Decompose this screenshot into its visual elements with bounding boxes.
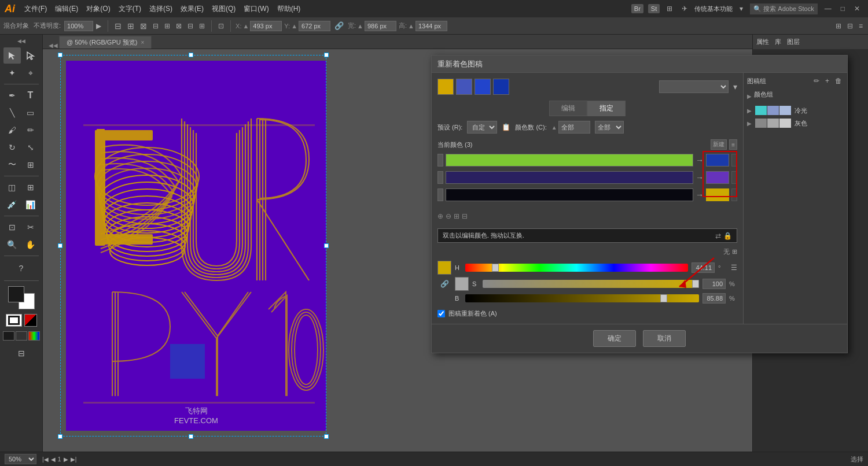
artboard-tool[interactable]: ⊡ xyxy=(3,219,21,235)
close-btn[interactable]: ✕ xyxy=(852,3,862,14)
link-wh-btn[interactable]: 🔗 xyxy=(333,20,345,31)
bridge-icon[interactable]: Br xyxy=(631,4,643,13)
favorites-icon[interactable]: ✈ xyxy=(679,3,690,14)
handle-tr[interactable] xyxy=(324,53,329,57)
new-action-btn[interactable]: 新建 xyxy=(711,139,727,150)
screen-mode-btn[interactable]: ⊟ xyxy=(13,345,30,361)
swatch-3[interactable] xyxy=(475,79,491,95)
swatch-menu-icon[interactable]: ▾ xyxy=(733,82,737,91)
prev-page-btn[interactable]: |◀ xyxy=(42,456,49,463)
distribute-v-btn[interactable]: ⊞ xyxy=(197,21,207,31)
target-options-1[interactable] xyxy=(731,154,737,167)
menu-effect[interactable]: 效果(E) xyxy=(177,3,207,15)
swatch-1[interactable] xyxy=(437,79,454,95)
line-tool[interactable]: ╲ xyxy=(3,105,21,121)
minimize-btn[interactable]: — xyxy=(822,3,834,14)
none-indicator[interactable] xyxy=(16,331,27,341)
transform-icon[interactable]: ⊡ xyxy=(216,21,226,31)
next-page-btn[interactable]: ▶| xyxy=(71,456,77,463)
expand-icon[interactable]: ▶ xyxy=(747,93,752,99)
add-icon-btn[interactable]: + xyxy=(823,76,831,86)
right-tab-properties[interactable]: 属性 xyxy=(756,38,769,46)
fill-indicator[interactable] xyxy=(3,331,14,341)
h-input[interactable] xyxy=(415,21,447,31)
menu-view[interactable]: 视图(Q) xyxy=(208,3,239,15)
target-options-3[interactable] xyxy=(731,188,737,201)
workspace-switcher[interactable]: ⊞ xyxy=(664,3,675,14)
target-3[interactable] xyxy=(706,188,729,201)
btn-action-4[interactable]: ⊟ xyxy=(462,212,468,220)
hsb-link-icon[interactable]: 🔗 xyxy=(437,277,451,291)
row-handle-1[interactable] xyxy=(437,154,443,167)
h-value[interactable] xyxy=(692,262,715,273)
slice-tool[interactable]: ✂ xyxy=(22,219,39,235)
canvas-tab-main[interactable]: @ 50% (RGB/GPU 预览) × xyxy=(59,36,152,49)
rect-tool[interactable]: ▭ xyxy=(22,105,39,121)
color-bar-1[interactable] xyxy=(446,154,693,167)
panel-collapse-up[interactable]: ◀◀ xyxy=(49,42,58,49)
menu-select[interactable]: 选择(S) xyxy=(146,3,176,15)
tab-edit[interactable]: 编辑 xyxy=(549,101,587,116)
color-count-up[interactable]: ▲ xyxy=(551,124,557,131)
tab-assign[interactable]: 指定 xyxy=(587,101,626,116)
rotate-tool[interactable]: ↻ xyxy=(3,139,21,156)
align-middle-btn[interactable]: ⊞ xyxy=(163,21,172,31)
row-handle-2[interactable] xyxy=(437,171,443,184)
target-2[interactable] xyxy=(706,171,729,184)
row-handle-3[interactable] xyxy=(437,188,443,201)
next-btn[interactable]: ▶ xyxy=(64,456,68,463)
w-input[interactable] xyxy=(365,21,396,31)
canvas-tab-close[interactable]: × xyxy=(141,39,144,46)
magic-wand-tool[interactable]: ✦ xyxy=(3,65,21,81)
menu-object[interactable]: 对象(O) xyxy=(83,3,113,15)
color-options-box[interactable] xyxy=(24,314,37,327)
cancel-button[interactable]: 取消 xyxy=(643,330,686,347)
align-top-btn[interactable]: ⊟ xyxy=(151,21,160,31)
btn-action-1[interactable]: ⊕ xyxy=(437,212,443,220)
prev-btn[interactable]: ◀ xyxy=(51,456,56,463)
zoom-select[interactable]: 50% 100% 200% xyxy=(5,454,36,464)
handle-br[interactable] xyxy=(324,434,329,439)
handle-tl[interactable] xyxy=(58,53,62,57)
select-tool[interactable] xyxy=(3,47,21,64)
menu-file[interactable]: 文件(F) xyxy=(21,3,50,15)
menu-text[interactable]: 文字(T) xyxy=(115,3,145,15)
color-count-input[interactable] xyxy=(558,121,590,134)
search-stock-btn[interactable]: 🔍 搜索 Adobe Stock xyxy=(750,3,818,14)
maximize-btn[interactable]: □ xyxy=(838,3,847,14)
b-value[interactable] xyxy=(703,293,726,304)
align-bottom-btn[interactable]: ⊠ xyxy=(174,21,183,31)
color-bar-3[interactable] xyxy=(446,188,693,201)
right-tab-layers[interactable]: 图层 xyxy=(787,38,800,46)
swatch-2[interactable] xyxy=(456,79,472,95)
lasso-tool[interactable]: ⌖ xyxy=(22,65,39,81)
warp-tool[interactable]: 〜 xyxy=(3,157,21,173)
hsb-color-preview[interactable] xyxy=(437,261,451,275)
shape-build-tool[interactable]: ⊞ xyxy=(22,157,39,173)
h-menu-btn[interactable]: ☰ xyxy=(731,264,737,272)
eyedropper-tool[interactable]: 💉 xyxy=(3,197,21,213)
pen-tool[interactable]: ✒ xyxy=(3,87,21,103)
btn-action-3[interactable]: ⊞ xyxy=(454,212,459,220)
pencil-tool[interactable]: ✏ xyxy=(22,122,39,138)
handle-tc[interactable] xyxy=(189,53,193,57)
confirm-button[interactable]: 确定 xyxy=(593,330,636,347)
workspace-dropdown[interactable]: ▾ xyxy=(737,3,745,14)
menu-help[interactable]: 帮助(H) xyxy=(274,3,304,15)
s-color-preview[interactable] xyxy=(455,277,469,291)
opacity-input[interactable] xyxy=(64,21,93,31)
stroke-box[interactable] xyxy=(6,314,22,327)
lock-icon[interactable]: 🔒 xyxy=(723,232,732,240)
handle-bc[interactable] xyxy=(189,434,193,439)
handle-mr[interactable] xyxy=(324,243,329,248)
color-group-cold-light[interactable]: ▶ 冷光 xyxy=(747,106,844,115)
gradient-indicator[interactable] xyxy=(28,331,40,341)
menu-action-btn[interactable]: ≡ xyxy=(729,139,737,150)
right-tab-library[interactable]: 库 xyxy=(775,38,781,46)
foreground-color-box[interactable] xyxy=(8,286,24,302)
delete-icon-btn[interactable]: 🗑 xyxy=(833,76,844,86)
preset-icon-btn[interactable]: 📋 xyxy=(502,123,510,131)
menu-edit[interactable]: 编辑(E) xyxy=(52,3,82,15)
s-value[interactable] xyxy=(703,279,726,289)
edit-icon-btn[interactable]: ✏ xyxy=(812,76,821,86)
